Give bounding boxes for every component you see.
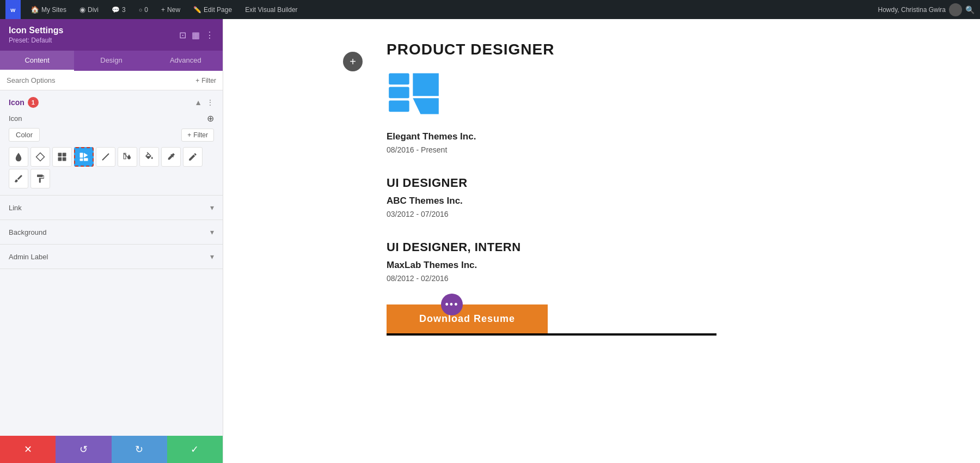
save-button[interactable]: ✓ — [167, 436, 223, 463]
divi-menu[interactable]: ◉ Divi — [76, 0, 102, 19]
ui-intern-title: UI DESIGNER, INTERN — [387, 240, 936, 254]
icon-cell-paint-bucket[interactable] — [118, 147, 137, 167]
undo-button[interactable]: ↺ — [56, 436, 111, 463]
icon-preview — [387, 69, 936, 120]
download-resume-button[interactable]: Download Resume — [387, 304, 548, 333]
admin-label-section-header[interactable]: Admin Label ▾ — [9, 252, 214, 261]
svg-line-11 — [102, 154, 109, 160]
product-designer-title: PRODUCT DESIGNER — [387, 41, 936, 58]
job-section-ui-designer: UI DESIGNER ABC Themes Inc. 03/2012 - 07… — [387, 176, 936, 218]
panel-header: Icon Settings Preset: Default ⊡ ▦ ⋮ — [0, 19, 223, 51]
dots-button[interactable]: ••• — [441, 294, 463, 315]
plus-icon-small: + — [187, 131, 191, 139]
search-bar: + Filter — [0, 71, 223, 90]
columns-icon[interactable]: ▦ — [192, 30, 200, 40]
elegant-themes-name: Elegant Themes Inc. — [387, 131, 936, 142]
search-input[interactable] — [7, 76, 191, 84]
admin-bar-right: Howdy, Christina Gwira 🔍 — [878, 3, 975, 16]
panel-tabs: Content Design Advanced — [0, 51, 223, 71]
link-section-header[interactable]: Link ▾ — [9, 203, 214, 212]
svg-rect-12 — [389, 74, 409, 85]
icon-cell-palette[interactable] — [74, 147, 94, 167]
plus-icon: + — [195, 77, 199, 84]
svg-rect-13 — [389, 87, 409, 99]
elegant-dates: 08/2016 - Present — [387, 145, 936, 154]
resize-icon[interactable]: ⊡ — [179, 30, 186, 40]
panel-content: Icon 1 ▲ ⋮ Icon ⊕ Color — [0, 90, 223, 436]
svg-marker-9 — [84, 153, 88, 158]
svg-marker-10 — [84, 158, 88, 161]
panel-title-area: Icon Settings Preset: Default — [9, 26, 63, 44]
svg-marker-15 — [413, 74, 439, 96]
ui-designer-title: UI DESIGNER — [387, 176, 936, 190]
search-icon[interactable]: 🔍 — [965, 5, 975, 14]
filter-button[interactable]: + Filter — [195, 77, 216, 84]
user-avatar[interactable] — [949, 3, 962, 16]
svg-marker-2 — [36, 153, 45, 161]
edit-page-btn[interactable]: ✏️ Edit Page — [190, 0, 235, 19]
icon-section-header[interactable]: Icon 1 ▲ ⋮ — [9, 97, 214, 108]
link-section: Link ▾ — [0, 196, 223, 220]
target-icon[interactable]: ⊕ — [207, 113, 214, 124]
chevron-up-icon[interactable]: ▲ — [194, 98, 202, 107]
icon-cell-diamond[interactable] — [30, 147, 50, 167]
svg-rect-3 — [58, 153, 62, 157]
icon-row: Icon ⊕ — [9, 113, 214, 124]
link-chevron-icon: ▾ — [210, 203, 214, 212]
abc-themes-name: ABC Themes Inc. — [387, 196, 936, 206]
icon-cell-slash[interactable] — [96, 147, 115, 167]
section-more-icon[interactable]: ⋮ — [206, 98, 214, 107]
admin-label-section: Admin Label ▾ — [0, 245, 223, 269]
download-bar: ••• Download Resume — [387, 304, 936, 336]
job-section-ui-intern: UI DESIGNER, INTERN MaxLab Themes Inc. 0… — [387, 240, 936, 283]
svg-marker-16 — [413, 98, 439, 114]
svg-rect-7 — [80, 153, 83, 158]
svg-rect-14 — [389, 101, 409, 112]
resume-content: PRODUCT DESIGNER Elegant Themes Inc. 08/… — [223, 19, 980, 368]
section-icons: ▲ ⋮ — [194, 98, 214, 107]
admin-label-chevron-icon: ▾ — [210, 252, 214, 261]
svg-rect-4 — [63, 153, 66, 157]
color-filter-button[interactable]: + Filter — [181, 129, 214, 142]
icon-cell-pen[interactable] — [183, 147, 203, 167]
tab-design[interactable]: Design — [74, 51, 148, 71]
tab-content[interactable]: Content — [0, 51, 74, 71]
comments-count-zero[interactable]: ○ 0 — [136, 0, 151, 19]
maxlab-themes-name: MaxLab Themes Inc. — [387, 260, 936, 271]
maxlab-dates: 08/2012 - 02/2016 — [387, 274, 936, 283]
wp-logo[interactable]: W — [5, 0, 21, 19]
panel-header-icons: ⊡ ▦ ⋮ — [179, 30, 214, 40]
more-icon[interactable]: ⋮ — [205, 30, 214, 40]
exit-builder-btn[interactable]: Exit Visual Builder — [242, 0, 301, 19]
palette-icon-preview — [387, 69, 441, 118]
preview-area: + PRODUCT DESIGNER Ele — [223, 19, 980, 463]
main-layout: Icon Settings Preset: Default ⊡ ▦ ⋮ Cont… — [0, 19, 980, 463]
comments-menu[interactable]: 💬 3 — [108, 0, 129, 19]
abc-dates: 03/2012 - 07/2016 — [387, 210, 936, 218]
job-section-product-designer: PRODUCT DESIGNER Elegant Themes Inc. 08/… — [387, 41, 936, 154]
background-chevron-icon: ▾ — [210, 228, 214, 236]
svg-rect-6 — [63, 157, 66, 161]
icon-grid — [9, 147, 214, 188]
icon-section: Icon 1 ▲ ⋮ Icon ⊕ Color — [0, 90, 223, 196]
background-section: Background ▾ — [0, 220, 223, 245]
icon-cell-fill[interactable] — [139, 147, 159, 167]
left-panel: Icon Settings Preset: Default ⊡ ▦ ⋮ Cont… — [0, 19, 223, 463]
redo-button[interactable]: ↻ — [112, 436, 167, 463]
new-menu[interactable]: + New — [158, 0, 183, 19]
svg-rect-8 — [80, 159, 83, 161]
icon-cell-water-drop[interactable] — [9, 147, 28, 167]
color-row: Color + Filter — [9, 128, 214, 142]
panel-preset[interactable]: Preset: Default — [9, 36, 63, 44]
icon-cell-grid[interactable] — [52, 147, 72, 167]
tab-advanced[interactable]: Advanced — [149, 51, 223, 71]
icon-cell-eyedropper[interactable] — [161, 147, 181, 167]
my-sites-menu[interactable]: 🏠 My Sites — [27, 0, 70, 19]
cancel-button[interactable]: ✕ — [0, 436, 56, 463]
icon-section-title: Icon 1 — [9, 97, 39, 108]
icon-cell-brush[interactable] — [9, 169, 28, 188]
add-content-button[interactable]: + — [343, 52, 363, 71]
background-section-header[interactable]: Background ▾ — [9, 228, 214, 236]
svg-text:W: W — [10, 7, 16, 13]
icon-cell-paint[interactable] — [30, 169, 50, 188]
